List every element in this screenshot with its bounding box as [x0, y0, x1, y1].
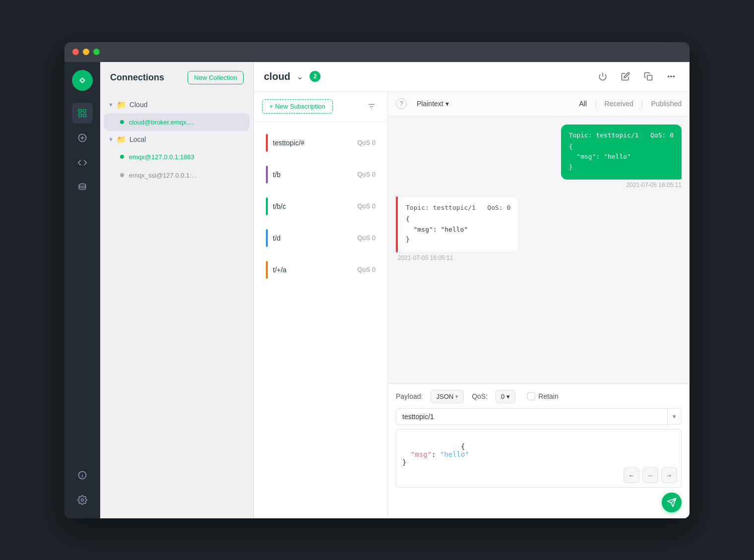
- payload-format-select[interactable]: JSON ▾: [431, 390, 464, 403]
- retain-option[interactable]: Retain: [527, 392, 558, 400]
- subscription-qos: QoS 0: [357, 139, 376, 146]
- svg-point-12: [81, 498, 84, 501]
- connections-nav-icon[interactable]: [72, 103, 93, 124]
- connection-status-dot: [120, 120, 124, 124]
- svg-point-8: [79, 184, 85, 186]
- published-message-timestamp: 2021-07-05 16:05:11: [561, 182, 682, 188]
- published-message-body: { "msg": "hello" }: [569, 142, 674, 173]
- icon-rail: [64, 62, 100, 518]
- composer-options-row: Payload: JSON ▾ QoS: 0 ▾: [396, 390, 682, 403]
- format-select[interactable]: Plaintext ▾: [413, 98, 453, 110]
- title-bar: [64, 42, 690, 62]
- subscription-item-testtopic[interactable]: testtopic/# QoS 0: [258, 128, 383, 158]
- subscriptions-list: testtopic/# QoS 0 t/b QoS 0: [254, 122, 387, 518]
- more-button[interactable]: [663, 68, 680, 85]
- new-collection-button[interactable]: New Collection: [188, 71, 244, 84]
- svg-rect-14: [647, 75, 652, 80]
- subscription-color-bar: [266, 166, 268, 184]
- subscription-qos: QoS 0: [357, 171, 376, 178]
- qos-chevron-icon: ▾: [506, 393, 510, 400]
- group-header-local[interactable]: ▼ 📁 Local: [100, 132, 253, 147]
- settings-nav-icon[interactable]: [72, 490, 93, 510]
- received-message-header: Topic: testtopic/1 QoS: 0: [406, 204, 510, 211]
- payload-label: Payload:: [396, 392, 423, 400]
- message-filter-tabs: All | Received | Published: [579, 98, 682, 110]
- topic-chevron-icon[interactable]: ▾: [668, 408, 682, 425]
- cloud-group-chevron: ▼: [108, 102, 114, 108]
- message-body-input[interactable]: { "msg": "hello" } ← — →: [396, 429, 682, 488]
- connection-item-emqx-local[interactable]: emqx@127.0.0.1:1883: [104, 148, 250, 166]
- subscription-qos: QoS 0: [357, 234, 376, 242]
- connection-name-cloud: cloud@broker.emqx....: [129, 119, 193, 126]
- add-nav-icon[interactable]: [72, 127, 93, 148]
- subscription-topic: t/b/c: [273, 202, 286, 210]
- subscription-color-bar: [266, 197, 268, 215]
- info-nav-icon[interactable]: [72, 465, 93, 486]
- svg-point-16: [671, 76, 672, 77]
- qos-label: QoS:: [472, 392, 488, 400]
- subscription-color-bar: [266, 229, 268, 247]
- published-message-bubble: Topic: testtopic/1 QoS: 0 { "msg": "hell…: [561, 124, 682, 180]
- stop-message-button[interactable]: —: [642, 467, 658, 483]
- retain-checkbox[interactable]: [527, 392, 535, 400]
- subscription-topic: t/+/a: [273, 266, 287, 274]
- connection-status-dot-ssl: [120, 173, 124, 177]
- subscription-topic: t/d: [273, 234, 281, 242]
- filter-subscriptions-button[interactable]: [364, 99, 379, 115]
- connection-status-dot-emqx: [120, 155, 124, 159]
- prev-message-button[interactable]: ←: [624, 467, 639, 483]
- main-area: cloud ⌄ 2: [254, 62, 690, 518]
- subscription-item-tb[interactable]: t/b QoS 0: [258, 160, 383, 189]
- filter-tab-published[interactable]: Published: [651, 98, 682, 110]
- body-text: { "msg": "hello" }: [402, 442, 469, 466]
- subscription-topic: testtopic/#: [273, 139, 305, 147]
- svg-point-17: [673, 76, 674, 77]
- data-nav-icon[interactable]: [72, 177, 93, 198]
- main-topbar: cloud ⌄ 2: [254, 62, 690, 92]
- topic-input[interactable]: [396, 408, 668, 425]
- topbar-chevron-icon[interactable]: ⌄: [296, 71, 304, 82]
- svg-point-15: [668, 76, 669, 77]
- help-icon[interactable]: ?: [396, 98, 407, 109]
- filter-tab-received[interactable]: Received: [604, 98, 633, 110]
- copy-button[interactable]: [640, 68, 657, 85]
- received-message-bubble: Topic: testtopic/1 QoS: 0 { "msg": "hell…: [398, 196, 519, 252]
- power-button[interactable]: [594, 68, 611, 85]
- subscription-item-tbc[interactable]: t/b/c QoS 0: [258, 191, 383, 221]
- group-header-cloud[interactable]: ▼ 📁 Cloud: [100, 97, 253, 113]
- topic-input-row: ▾: [396, 408, 682, 425]
- published-message-header: Topic: testtopic/1 QoS: 0: [569, 131, 674, 139]
- maximize-button[interactable]: [93, 49, 100, 55]
- received-message-timestamp: 2021-07-05 16:05:11: [396, 254, 519, 261]
- connections-panel: Connections New Collection ▼ 📁 Cloud clo…: [100, 62, 254, 518]
- connection-name-ssl: emqx_ssl@127.0.0.1:...: [129, 172, 197, 179]
- new-subscription-button[interactable]: + New Subscription: [262, 99, 333, 114]
- close-button[interactable]: [72, 49, 79, 55]
- subscription-qos: QoS 0: [357, 266, 376, 273]
- subscription-color-bar: [266, 134, 268, 152]
- connection-item-cloud[interactable]: cloud@broker.emqx....: [104, 114, 250, 131]
- messages-list: Topic: testtopic/1 QoS: 0 { "msg": "hell…: [388, 117, 690, 383]
- connections-list: ▼ 📁 Cloud cloud@broker.emqx.... ▼ 📁 Loca…: [100, 93, 253, 518]
- content-area: + New Subscription: [254, 92, 690, 518]
- connection-item-emqx-ssl[interactable]: emqx_ssl@127.0.0.1:...: [104, 167, 250, 184]
- published-message: Topic: testtopic/1 QoS: 0 { "msg": "hell…: [561, 124, 682, 188]
- subscription-topic: t/b: [273, 171, 281, 179]
- received-message: Topic: testtopic/1 QoS: 0 { "msg": "hell…: [396, 196, 519, 261]
- format-label: Plaintext: [417, 100, 443, 108]
- edit-button[interactable]: [617, 68, 634, 85]
- next-message-button[interactable]: →: [661, 467, 677, 483]
- send-message-button[interactable]: [662, 493, 682, 512]
- qos-select[interactable]: 0 ▾: [496, 390, 515, 403]
- connection-badge: 2: [310, 71, 320, 82]
- subscription-item-td[interactable]: t/d QoS 0: [258, 223, 383, 253]
- filter-tab-all[interactable]: All: [579, 98, 587, 110]
- subscription-item-tplusa[interactable]: t/+/a QoS 0: [258, 255, 383, 285]
- messages-panel: ? Plaintext ▾ All | Received | Published: [388, 92, 690, 518]
- retain-label: Retain: [538, 392, 558, 400]
- svg-rect-2: [83, 109, 86, 112]
- code-nav-icon[interactable]: [72, 152, 93, 173]
- payload-format-value: JSON: [436, 393, 453, 400]
- minimize-button[interactable]: [83, 49, 89, 55]
- received-message-body: { "msg": "hello" }: [406, 214, 510, 245]
